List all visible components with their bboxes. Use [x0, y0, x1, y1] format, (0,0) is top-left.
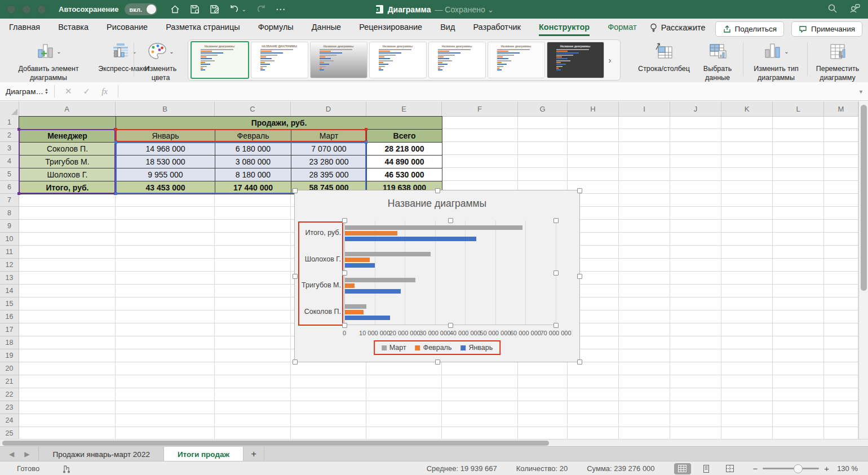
add-sheet-button[interactable]: + — [243, 447, 264, 461]
row-header-2[interactable]: 2 — [0, 129, 19, 142]
horizontal-scrollbar[interactable] — [0, 439, 868, 447]
chart-resize-handle[interactable] — [577, 359, 582, 365]
row-header-10[interactable]: 10 — [0, 233, 19, 246]
row-header-13[interactable]: 13 — [0, 272, 19, 285]
select-all-corner[interactable] — [0, 101, 19, 117]
status-average[interactable]: Среднее: 19 939 667 — [427, 464, 497, 473]
undo-dropdown-icon[interactable]: ⌄ — [242, 6, 246, 12]
chart-legend[interactable]: МартФевральЯнварь — [374, 340, 501, 355]
series-name-range-outline-handle[interactable] — [114, 128, 117, 131]
search-icon[interactable] — [827, 3, 838, 16]
comments-button[interactable]: Примечания — [791, 21, 862, 37]
plot-area-handle[interactable] — [342, 218, 347, 223]
page-break-view-button[interactable] — [721, 463, 738, 474]
table-cell-r4c4[interactable]: 44 890 000 — [367, 156, 442, 168]
table-cell-r5c4[interactable]: 46 530 000 — [367, 168, 442, 181]
column-header-J[interactable]: J — [670, 101, 721, 116]
ribbon-tab-4[interactable]: Разметка страницы — [166, 19, 240, 36]
row-header-11[interactable]: 11 — [0, 246, 19, 259]
zoom-slider-knob[interactable] — [794, 464, 803, 473]
insert-function-icon[interactable]: fx — [101, 87, 108, 96]
feedback-person-icon[interactable] — [849, 3, 860, 16]
row-header-6[interactable]: 6 — [0, 181, 19, 194]
save-icon[interactable] — [189, 4, 200, 15]
undo-icon[interactable]: ⌄ — [229, 4, 246, 15]
row-header-7[interactable]: 7 — [0, 194, 19, 207]
name-box[interactable]: Диаграм… ▲▼ — [0, 82, 50, 100]
category-range-outline-handle[interactable] — [17, 128, 20, 131]
row-header-20[interactable]: 20 — [0, 362, 19, 375]
column-header-G[interactable]: G — [518, 101, 568, 116]
category-axis-selection-box[interactable] — [298, 221, 343, 326]
ribbon-tab-6[interactable]: Данные — [312, 19, 341, 36]
chart-style-thumbnail-6[interactable]: Название диаграммы — [488, 42, 545, 78]
bar-Февраль-3[interactable] — [345, 310, 364, 314]
zoom-window-button[interactable] — [37, 5, 46, 14]
row-header-3[interactable]: 3 — [0, 142, 19, 155]
zoom-in-icon[interactable]: + — [824, 464, 829, 473]
ribbon-tab-3[interactable]: Рисование — [107, 19, 148, 36]
column-header-E[interactable]: E — [366, 101, 442, 116]
share-button[interactable]: Поделиться — [715, 21, 785, 37]
legend-item-Февраль[interactable]: Февраль — [415, 344, 452, 352]
legend-item-Январь[interactable]: Январь — [460, 344, 493, 352]
column-header-D[interactable]: D — [291, 101, 366, 116]
ribbon-tab-5[interactable]: Формулы — [258, 19, 294, 36]
autosave-toggle[interactable]: вкл. — [125, 3, 157, 15]
save-as-icon[interactable] — [209, 4, 220, 15]
row-header-23[interactable]: 23 — [0, 401, 19, 414]
chart-style-thumbnail-4[interactable]: Название диаграммы — [369, 42, 427, 78]
bar-Март-0[interactable] — [345, 225, 522, 230]
page-layout-view-button[interactable] — [698, 463, 715, 474]
bar-Март-1[interactable] — [345, 252, 431, 256]
chart-style-thumbnail-7[interactable]: Название диаграммы — [547, 42, 604, 78]
switch-row-column-button[interactable]: Строка/столбец — [633, 40, 695, 74]
row-header-4[interactable]: 4 — [0, 155, 19, 168]
bar-Январь-0[interactable] — [345, 237, 476, 241]
add-chart-element-button[interactable]: ⌄ Добавить элемент диаграммы — [7, 40, 90, 82]
row-header-14[interactable]: 14 — [0, 285, 19, 298]
ribbon-tab-2[interactable]: Вставка — [58, 19, 88, 36]
horizontal-scrollbar-thumb[interactable] — [2, 441, 549, 446]
chart-resize-handle[interactable] — [435, 359, 440, 365]
gallery-next-icon[interactable]: › — [605, 45, 615, 76]
change-colors-button[interactable]: ⌄ Изменить цвета — [137, 40, 184, 82]
chart-object[interactable]: Название диаграммы Итого, руб.Шолохов Г.… — [294, 190, 580, 362]
header-total[interactable]: Всего — [367, 130, 442, 143]
column-header-K[interactable]: K — [721, 101, 773, 116]
chart-title[interactable]: Название диаграммы — [295, 198, 579, 210]
legend-item-Март[interactable]: Март — [382, 344, 406, 352]
chart-resize-handle[interactable] — [293, 359, 298, 365]
column-header-C[interactable]: C — [215, 101, 291, 116]
home-icon[interactable] — [170, 4, 180, 15]
plot-area-handle[interactable] — [342, 270, 347, 276]
chart-resize-handle[interactable] — [577, 188, 582, 193]
bar-Февраль-2[interactable] — [345, 283, 355, 288]
formula-bar-expand-icon[interactable]: ▼ — [858, 89, 863, 95]
ribbon-tab-1[interactable]: Главная — [9, 19, 40, 36]
chart-style-thumbnail-5[interactable]: Название диаграммы — [428, 42, 486, 78]
series-name-range-outline-handle[interactable] — [365, 128, 367, 131]
chart-resize-handle[interactable] — [293, 188, 298, 193]
move-chart-button[interactable]: Переместить диаграмму — [811, 40, 865, 82]
row-header-5[interactable]: 5 — [0, 168, 19, 181]
change-chart-type-button[interactable]: ⌄ Изменить тип диаграммы — [747, 40, 805, 82]
row-header-9[interactable]: 9 — [0, 220, 19, 233]
column-header-B[interactable]: B — [116, 101, 215, 116]
chart-style-thumbnail-3[interactable]: Название диаграммы — [310, 42, 367, 78]
ribbon-tab-9[interactable]: Разработчик — [473, 19, 521, 36]
cell-A1[interactable] — [19, 117, 116, 130]
row-header-21[interactable]: 21 — [0, 375, 19, 388]
table-cell-r3c4[interactable]: 28 218 000 — [367, 143, 442, 156]
column-header-I[interactable]: I — [619, 101, 670, 116]
table-title-cell[interactable]: Продажи, руб. — [116, 117, 442, 130]
data-range-outline-handle[interactable] — [114, 192, 117, 195]
zoom-slider[interactable] — [763, 468, 819, 469]
next-sheet-icon[interactable]: ▶ — [24, 450, 29, 458]
column-header-M[interactable]: M — [824, 101, 858, 116]
column-header-H[interactable]: H — [568, 101, 619, 116]
data-range-outline-handle[interactable] — [114, 141, 117, 144]
vertical-scrollbar[interactable] — [858, 101, 868, 439]
bar-Март-2[interactable] — [345, 278, 415, 282]
bar-Январь-1[interactable] — [345, 263, 375, 268]
